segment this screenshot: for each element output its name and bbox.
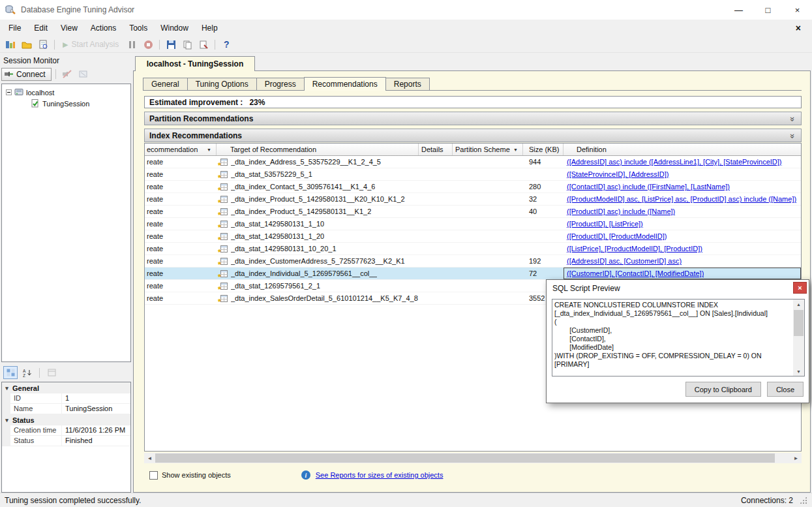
table-row[interactable]: reate * _dta_index_Individual_5_12695795… xyxy=(145,268,801,280)
definition-link[interactable]: ([ProductModelID] asc, [ListPrice] asc, … xyxy=(567,195,796,203)
column-details[interactable]: Details xyxy=(419,144,453,155)
tree-node-localhost[interactable]: localhost xyxy=(2,87,130,98)
table-row[interactable]: reate * _dta_stat_1429580131_10_20_1 ([L… xyxy=(145,243,801,255)
export-icon[interactable] xyxy=(196,38,211,52)
new-session-icon[interactable] xyxy=(3,38,18,52)
resize-grip-icon[interactable] xyxy=(799,496,807,504)
menu-window[interactable]: Window xyxy=(154,21,195,35)
property-row-creation-time[interactable]: Creation time 11/6/2016 1:26 PM xyxy=(2,425,130,436)
definition-cell: ([ProductID], [ProductModelID]) xyxy=(564,230,801,242)
table-row[interactable]: reate * _dta_index_Address_5_53575229__K… xyxy=(145,156,801,168)
target-name: _dta_index_SalesOrderDetail_5_610101214_… xyxy=(231,294,418,302)
menu-help[interactable]: Help xyxy=(195,21,224,35)
vertical-scrollbar[interactable]: ▲ ▼ xyxy=(793,300,804,376)
index-icon: * xyxy=(220,220,228,228)
info-icon: i xyxy=(301,470,310,480)
help-icon[interactable]: ? xyxy=(219,38,233,52)
star-icon: * xyxy=(218,260,221,269)
import-workload-icon[interactable] xyxy=(36,38,50,52)
collapse-box-icon[interactable] xyxy=(6,89,12,95)
dialog-close-icon[interactable]: × xyxy=(793,282,807,294)
tab-progress[interactable]: Progress xyxy=(256,78,305,90)
scrollbar-thumb[interactable] xyxy=(794,310,804,336)
scroll-down-icon[interactable]: ▼ xyxy=(793,367,804,376)
definition-link[interactable]: ([ContactID] asc) include ([FirstName], … xyxy=(567,183,730,191)
table-row[interactable]: reate * _dta_index_Contact_5_309576141__… xyxy=(145,181,801,193)
menubar: File Edit View Actions Tools Window Help… xyxy=(0,20,812,37)
menu-edit[interactable]: Edit xyxy=(27,21,54,35)
collapse-chevron-icon[interactable]: » xyxy=(788,117,798,121)
column-partition-scheme[interactable]: Partition Scheme ▼ xyxy=(453,144,523,155)
scroll-up-icon[interactable]: ▲ xyxy=(793,300,804,309)
target-cell: * _dta_stat_1429580131_1_10 xyxy=(217,220,419,228)
tab-reports[interactable]: Reports xyxy=(385,78,430,90)
target-cell: * _dta_index_Product_5_1429580131__K20_K… xyxy=(217,195,419,204)
save-icon[interactable] xyxy=(164,38,178,52)
copy-icon[interactable] xyxy=(180,38,194,52)
property-category-general[interactable]: ▾ General xyxy=(2,382,130,393)
horizontal-scrollbar[interactable]: ◄ ► xyxy=(144,453,802,463)
property-key: Status xyxy=(10,436,62,446)
document-close-icon[interactable]: × xyxy=(787,23,810,33)
menu-actions[interactable]: Actions xyxy=(84,21,123,35)
scrollbar-thumb[interactable] xyxy=(155,453,775,463)
property-category-status[interactable]: ▾ Status xyxy=(2,414,130,425)
tab-recommendations[interactable]: Recommendations xyxy=(304,77,386,91)
menu-tools[interactable]: Tools xyxy=(123,21,154,35)
close-button[interactable]: × xyxy=(783,0,812,20)
minimize-button[interactable]: — xyxy=(724,0,753,20)
delete-session-icon[interactable] xyxy=(76,67,91,81)
menu-file[interactable]: File xyxy=(2,21,27,35)
connect-label: Connect xyxy=(16,70,46,79)
property-row-id[interactable]: ID 1 xyxy=(2,393,130,404)
menu-view[interactable]: View xyxy=(54,21,84,35)
definition-link[interactable]: ([AddressID] asc, [CustomerID] asc) xyxy=(567,257,682,265)
column-size[interactable]: Size (KB) xyxy=(523,144,564,155)
stop-icon[interactable] xyxy=(141,38,155,52)
table-row[interactable]: reate * _dta_stat_1429580131_1_10 ([Prod… xyxy=(145,218,801,230)
tab-general[interactable]: General xyxy=(143,78,188,90)
definition-link[interactable]: ([ProductID], [ListPrice]) xyxy=(567,220,643,228)
show-existing-checkbox[interactable] xyxy=(149,471,158,480)
table-row[interactable]: reate * _dta_index_CustomerAddress_5_725… xyxy=(145,255,801,268)
property-row-name[interactable]: Name TuningSession xyxy=(2,404,130,414)
tree-node-tuning-session[interactable]: TuningSession xyxy=(2,98,130,109)
scroll-left-icon[interactable]: ◄ xyxy=(144,453,155,463)
definition-link[interactable]: ([AddressID] asc) include ([AddressLine1… xyxy=(567,158,782,166)
document-tab[interactable]: localhost - TuningSession xyxy=(135,56,255,71)
table-row[interactable]: reate * _dta_index_Product_5_1429580131_… xyxy=(145,193,801,206)
property-row-status[interactable]: Status Finished xyxy=(2,436,130,446)
categorized-view-icon[interactable] xyxy=(3,366,18,379)
index-recommendations-header[interactable]: Index Recommendations » xyxy=(144,129,802,142)
maximize-button[interactable]: □ xyxy=(753,0,783,20)
table-row[interactable]: reate * _dta_stat_53575229_5_1 ([StatePr… xyxy=(145,168,801,181)
pause-icon[interactable] xyxy=(125,38,139,52)
disconnect-icon[interactable] xyxy=(60,67,74,81)
tab-tuning-options[interactable]: Tuning Options xyxy=(187,78,257,90)
definition-link[interactable]: ([ProductID] asc) include ([Name]) xyxy=(567,207,675,215)
table-row[interactable]: reate * _dta_stat_1429580131_1_20 ([Prod… xyxy=(145,230,801,243)
see-reports-link[interactable]: See Reports for sizes of existing object… xyxy=(316,471,444,479)
definition-link[interactable]: ([ListPrice], [ProductModelID], [Product… xyxy=(567,245,702,253)
column-definition[interactable]: Definition xyxy=(564,144,801,155)
definition-link[interactable]: ([CustomerID], [ContactID], [ModifiedDat… xyxy=(567,269,704,277)
open-session-icon[interactable] xyxy=(20,38,34,52)
recommendation-cell: reate xyxy=(145,207,217,215)
alphabetical-sort-icon[interactable]: AZ xyxy=(20,366,35,379)
definition-link[interactable]: ([StateProvinceID], [AddressID]) xyxy=(567,170,669,178)
property-pages-icon[interactable] xyxy=(44,366,59,379)
definition-link[interactable]: ([ProductID], [ProductModelID]) xyxy=(567,232,667,240)
column-recommendation[interactable]: ecommendation ▼ xyxy=(145,144,217,155)
dialog-close-button[interactable]: Close xyxy=(767,382,804,397)
scroll-right-icon[interactable]: ► xyxy=(790,453,802,463)
copy-to-clipboard-button[interactable]: Copy to Clipboard xyxy=(685,382,761,397)
partition-recommendations-header[interactable]: Partition Recommendations » xyxy=(144,112,802,125)
column-target[interactable]: Target of Recommendation xyxy=(217,144,419,155)
collapse-chevron-icon[interactable]: » xyxy=(788,134,798,138)
filter-dropdown-icon[interactable]: ▼ xyxy=(207,147,211,152)
connect-button[interactable]: Connect xyxy=(1,68,52,81)
table-row[interactable]: reate * _dta_index_Product_5_1429580131_… xyxy=(145,206,801,218)
start-analysis-button[interactable]: ▶ Start Analysis xyxy=(59,40,123,49)
filter-dropdown-icon[interactable]: ▼ xyxy=(513,147,518,152)
definition-cell: ([AddressID] asc, [CustomerID] asc) xyxy=(564,255,801,267)
